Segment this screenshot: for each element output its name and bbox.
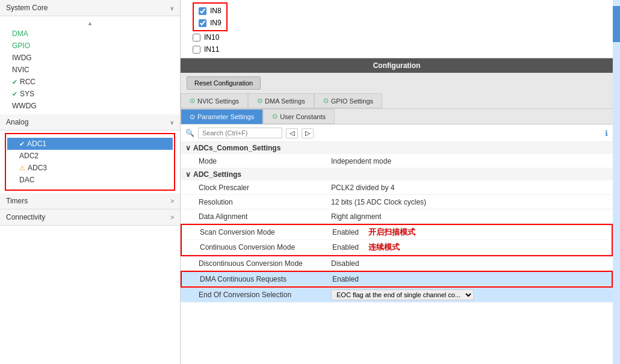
sys-label: SYS — [20, 90, 34, 98]
adcs-common-label: ADCs_Common_Settings — [193, 144, 281, 152]
tab-nvic[interactable]: ⊙ NVIC Settings — [181, 93, 248, 108]
search-row: 🔍 ◁ ▷ ℹ — [181, 125, 613, 142]
clock-value: PCLK2 divided by 4 — [331, 184, 608, 192]
settings-area: ∨ ADCs_Common_Settings Mode Independent … — [181, 142, 613, 364]
nvic-label: NVIC — [12, 66, 29, 74]
timers-chevron: > — [170, 198, 174, 205]
in10-checkbox[interactable] — [193, 34, 200, 42]
scan-annotation: 开启扫描模式 — [368, 227, 415, 238]
setting-scan-row: Scan Conversion Mode Enabled 开启扫描模式 — [182, 225, 612, 240]
sidebar-item-adc2[interactable]: ADC2 — [7, 150, 173, 162]
clock-label: Clock Prescaler — [199, 184, 331, 192]
continuous-value: Enabled 连续模式 — [332, 242, 607, 253]
tab-dma[interactable]: ⊙ DMA Settings — [248, 93, 314, 108]
sidebar-item-rcc[interactable]: ✔ RCC — [0, 76, 180, 88]
search-input[interactable] — [198, 128, 282, 138]
nvic-tab-label: NVIC Settings — [197, 97, 239, 105]
eoc-select[interactable]: EOC flag at the end of single channel co… — [331, 289, 474, 300]
adc3-label: ADC3 — [28, 164, 47, 172]
sidebar-item-sys[interactable]: ✔ SYS — [0, 88, 180, 100]
alignment-value: Right alignment — [331, 212, 608, 221]
right-scrollbar[interactable] — [613, 0, 620, 364]
search-icon: 🔍 — [185, 129, 194, 137]
tab-param[interactable]: ⊙ Parameter Settings — [181, 109, 263, 124]
discontinuous-value: Disabled — [331, 259, 608, 268]
gpio-label: GPIO — [12, 42, 30, 50]
sidebar-item-iwdg[interactable]: IWDG — [0, 52, 180, 64]
in9-checkbox[interactable] — [199, 19, 206, 27]
content-inner: IN8 IN9 IN10 IN11 Configuration — [181, 0, 613, 364]
alignment-label: Data Alignment — [199, 212, 331, 221]
mode-label: Mode — [199, 157, 331, 165]
dma-req-label: DMA Continuous Requests — [200, 275, 332, 283]
tab-gpio[interactable]: ⊙ GPIO Settings — [314, 93, 382, 108]
sidebar: System Core ∨ ▲ DMA GPIO IWDG NVIC ✔ RCC… — [0, 0, 181, 364]
channel-in11-row: IN11 — [193, 43, 601, 55]
sidebar-system-core-header[interactable]: System Core ∨ — [0, 0, 180, 16]
dma-req-value: Enabled — [332, 275, 607, 283]
dma-tab-label: DMA Settings — [265, 97, 305, 105]
sidebar-analog-label: Analog — [6, 118, 28, 126]
sidebar-item-gpio[interactable]: GPIO — [0, 40, 180, 52]
in11-checkbox[interactable] — [193, 46, 200, 54]
analog-chevron: ∨ — [170, 119, 174, 126]
sidebar-timers-header[interactable]: Timers > — [0, 193, 180, 209]
scrollbar-thumb[interactable] — [613, 6, 620, 42]
adc3-warn-icon: ⚠ — [19, 164, 25, 172]
setting-clock-row: Clock Prescaler PCLK2 divided by 4 — [181, 180, 613, 195]
resolution-value: 12 bits (15 ADC Clock cycles) — [331, 198, 608, 206]
channel-in9-row: IN9 — [199, 17, 222, 29]
search-next-button[interactable]: ▷ — [302, 128, 314, 138]
sidebar-item-adc3[interactable]: ⚠ ADC3 — [7, 162, 173, 174]
gpio-tab-check: ⊙ — [323, 97, 329, 105]
in8-checkbox[interactable] — [199, 7, 206, 15]
adc-settings-header: ∨ ADC_Settings — [181, 168, 613, 180]
wwdg-label: WWDG — [12, 102, 37, 110]
in11-label: IN11 — [204, 45, 219, 54]
sys-check-icon: ✔ — [12, 90, 17, 98]
config-header: Configuration — [181, 58, 613, 73]
setting-continuous-row: Continuous Conversion Mode Enabled 连续模式 — [182, 240, 612, 255]
sidebar-timers-label: Timers — [6, 197, 28, 205]
adc2-label: ADC2 — [19, 152, 39, 160]
info-button[interactable]: ℹ — [605, 129, 608, 138]
dma-tab-check: ⊙ — [257, 97, 262, 105]
tabs-row-2: ⊙ Parameter Settings ⊙ User Constants — [181, 109, 613, 125]
search-prev-button[interactable]: ◁ — [286, 128, 298, 138]
adc1-label: ADC1 — [27, 140, 46, 148]
sidebar-connectivity-header[interactable]: Connectivity > — [0, 209, 180, 226]
sidebar-analog-header[interactable]: Analog ∨ — [0, 114, 180, 131]
setting-dma-row: DMA Continuous Requests Enabled — [182, 272, 612, 286]
param-tab-label: Parameter Settings — [197, 113, 254, 120]
sidebar-connectivity-label: Connectivity — [6, 213, 45, 221]
tab-user[interactable]: ⊙ User Constants — [263, 109, 335, 124]
user-tab-label: User Constants — [280, 113, 326, 120]
sidebar-item-wwdg[interactable]: WWDG — [0, 100, 180, 112]
continuous-label: Continuous Conversion Mode — [200, 243, 332, 251]
user-tab-check: ⊙ — [272, 113, 277, 120]
content-area: IN8 IN9 IN10 IN11 Configuration — [181, 0, 620, 364]
scan-label: Scan Conversion Mode — [200, 228, 332, 236]
sidebar-item-adc1[interactable]: ✔ ADC1 — [7, 138, 173, 150]
setting-eoc-row: End Of Conversion Selection EOC flag at … — [181, 288, 613, 303]
adc-expand-icon: ∨ — [185, 170, 191, 179]
in8-label: IN8 — [210, 7, 222, 15]
reset-config-button[interactable]: Reset Configuration — [187, 76, 261, 90]
dma-label: DMA — [12, 29, 28, 38]
eoc-value[interactable]: EOC flag at the end of single channel co… — [331, 289, 608, 300]
sidebar-system-core-label: System Core — [6, 4, 48, 12]
scroll-up-arrow: ▲ — [87, 20, 93, 26]
reset-config-area: Reset Configuration — [181, 73, 613, 93]
in9-label: IN9 — [210, 19, 222, 27]
sidebar-item-nvic[interactable]: NVIC — [0, 64, 180, 76]
tabs-row: ⊙ NVIC Settings ⊙ DMA Settings ⊙ GPIO Se… — [181, 93, 613, 109]
in10-label: IN10 — [204, 33, 219, 42]
scan-value: Enabled 开启扫描模式 — [332, 227, 607, 238]
adc-settings-label: ADC_Settings — [193, 170, 241, 179]
dac-label: DAC — [19, 176, 34, 184]
sidebar-item-dac[interactable]: DAC — [7, 174, 173, 186]
adcs-common-header: ∨ ADCs_Common_Settings — [181, 142, 613, 154]
sidebar-item-dma[interactable]: DMA — [0, 28, 180, 40]
continuous-annotation: 连续模式 — [368, 242, 400, 253]
param-tab-check: ⊙ — [190, 113, 195, 121]
